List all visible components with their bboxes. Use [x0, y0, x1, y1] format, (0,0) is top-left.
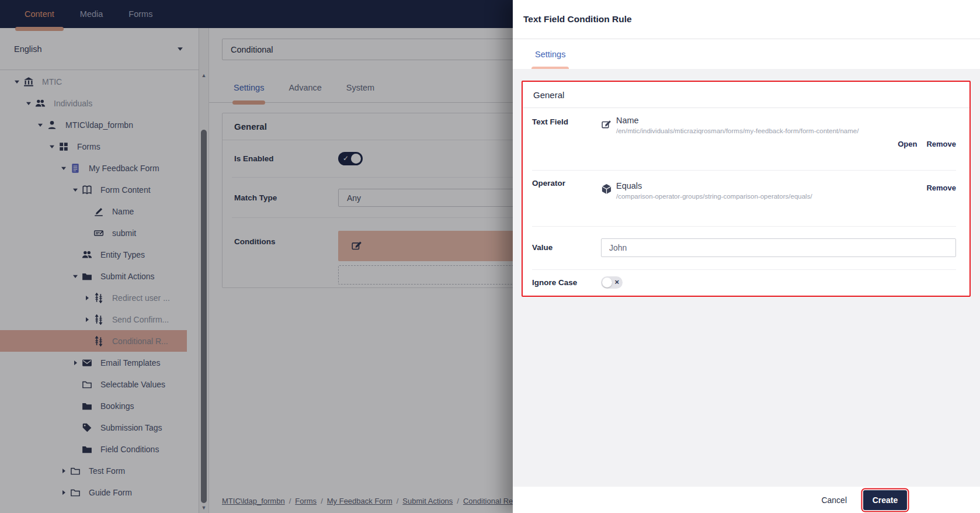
text-field-label: Text Field — [532, 117, 568, 126]
operator-path: /comparison-operator-groups/string-compa… — [616, 193, 812, 200]
text-field-value: Name — [616, 116, 859, 125]
value-row: Value — [532, 227, 956, 270]
drawer-tabs: Settings — [513, 39, 980, 69]
text-field-path: /en/mtic/individuals/mticraziqrosman/for… — [616, 127, 859, 134]
cube-icon — [601, 181, 616, 197]
card-heading: General — [523, 82, 969, 108]
ignore-case-row: Ignore Case × — [532, 270, 956, 297]
general-card-highlighted: General Text Field Name /en/mtic/individ… — [522, 81, 971, 297]
app-window: ContentMediaForms English MTICIndividual… — [0, 0, 980, 513]
operator-label: Operator — [532, 179, 565, 188]
operator-remove-link[interactable]: Remove — [926, 183, 956, 192]
value-input[interactable] — [601, 238, 956, 257]
text-field-row: Text Field Name /en/mtic/individuals/mti… — [532, 108, 956, 171]
create-button[interactable]: Create — [863, 490, 907, 510]
condition-rule-drawer: Text Field Condition Rule Settings Gener… — [513, 0, 980, 513]
operator-value: Equals — [616, 181, 812, 190]
pencil-icon — [601, 116, 616, 131]
tab-label: Settings — [535, 50, 565, 59]
ignore-case-label: Ignore Case — [532, 278, 577, 287]
value-label: Value — [532, 243, 552, 252]
ignore-case-toggle[interactable]: × — [601, 276, 623, 289]
drawer-tab-settings[interactable]: Settings — [535, 39, 565, 69]
operator-row: Operator Equals /comparison-operator-gro… — [532, 171, 956, 227]
text-field-open-link[interactable]: Open — [898, 140, 917, 148]
cancel-button[interactable]: Cancel — [821, 495, 847, 505]
drawer-footer: Cancel Create — [513, 487, 980, 513]
x-icon: × — [614, 278, 619, 286]
text-field-remove-link[interactable]: Remove — [926, 140, 956, 148]
drawer-title: Text Field Condition Rule — [513, 0, 980, 39]
toggle-knob — [602, 278, 612, 287]
text-field-actions: OpenRemove — [601, 138, 956, 149]
drawer-body: General Text Field Name /en/mtic/individ… — [513, 69, 980, 487]
